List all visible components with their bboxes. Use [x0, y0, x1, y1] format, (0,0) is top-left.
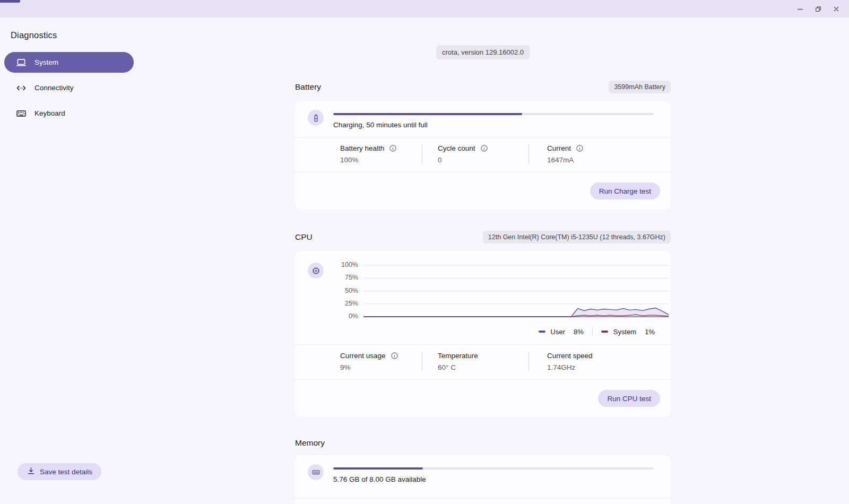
y-axis-tick-label: 0%: [349, 312, 358, 320]
cpu-card: 100%75%50%25%0% User 8% System: [295, 251, 671, 417]
current-speed-stat: Current speed 1.74GHz: [529, 352, 658, 371]
stat-value: 9%: [340, 363, 422, 371]
battery-status-text: Charging, 50 minutes until full: [333, 121, 654, 129]
battery-charge-bar-fill: [333, 113, 522, 115]
chart-plot-area: [363, 264, 669, 317]
stat-label: Current speed: [547, 352, 593, 360]
memory-card: 5.76 GB of 8.00 GB available: [295, 455, 671, 504]
stat-label: Cycle count: [438, 144, 475, 152]
memory-section: Memory 5.76 GB of 8.00 GB available: [295, 438, 671, 504]
stat-value: 1.74GHz: [547, 363, 658, 371]
cpu-stats-row: Current usage 9% Temperature 60° C Curre…: [295, 345, 671, 379]
y-axis-tick-label: 75%: [345, 274, 358, 281]
user-series-swatch: [539, 331, 545, 333]
battery-spec-badge: 3599mAh Battery: [609, 81, 671, 93]
info-icon[interactable]: [480, 144, 488, 152]
stat-value: 100%: [340, 156, 422, 164]
window-controls: [793, 0, 844, 18]
run-cpu-test-button[interactable]: Run CPU test: [598, 390, 660, 407]
chart-y-axis: 100%75%50%25%0%: [332, 264, 363, 317]
version-badge: crota, version 129.16002.0: [436, 45, 530, 59]
memory-usage-bar: [333, 467, 654, 470]
current-usage-stat: Current usage 9%: [340, 352, 422, 371]
info-icon[interactable]: [576, 144, 584, 152]
window-accent: [0, 0, 20, 3]
run-charge-test-button[interactable]: Run Charge test: [590, 183, 660, 199]
memory-icon: [308, 464, 324, 480]
sidebar-item-label: System: [34, 58, 58, 66]
sidebar-item-system[interactable]: System: [4, 52, 134, 73]
legend-system-label: System: [613, 328, 636, 336]
sidebar-item-connectivity[interactable]: Connectivity: [4, 77, 134, 98]
close-button[interactable]: [829, 3, 844, 15]
memory-section-title: Memory: [295, 438, 325, 448]
y-axis-tick-label: 100%: [341, 261, 358, 268]
cpu-usage-chart: 100%75%50%25%0%: [332, 264, 669, 317]
battery-section: Battery 3599mAh Battery Charging, 50 min…: [295, 81, 671, 210]
stat-label: Current usage: [340, 352, 386, 360]
y-axis-tick-label: 25%: [345, 300, 358, 307]
stat-label: Battery health: [340, 144, 384, 152]
info-icon[interactable]: [389, 144, 397, 152]
keyboard-icon: [16, 108, 27, 119]
minimize-button[interactable]: [793, 3, 808, 15]
stat-value: 0: [438, 156, 529, 164]
legend-divider: [592, 327, 593, 336]
sidebar-item-label: Connectivity: [34, 84, 74, 92]
save-test-details-label: Save test details: [40, 468, 92, 476]
download-icon: [27, 466, 36, 477]
temperature-stat: Temperature 60° C: [422, 352, 529, 371]
battery-icon: [308, 110, 324, 126]
system-series-swatch: [601, 331, 608, 333]
sidebar-item-label: Keyboard: [34, 109, 65, 117]
page-title: Diagnostics: [11, 30, 138, 40]
sidebar: Diagnostics System Connectivity Keyboard: [0, 18, 138, 504]
stat-value: 60° C: [438, 363, 529, 371]
minimize-icon: [796, 5, 804, 13]
battery-card: Charging, 50 minutes until full Battery …: [295, 101, 671, 210]
cpu-section: CPU 12th Gen Intel(R) Core(TM) i5-1235U …: [295, 231, 671, 417]
cpu-icon: [308, 263, 324, 279]
legend-system-value: 1%: [645, 328, 655, 336]
main-content: crota, version 129.16002.0 Battery 3599m…: [138, 18, 849, 504]
memory-usage-bar-fill: [333, 467, 423, 470]
stat-value: 1647mA: [547, 156, 658, 164]
restore-icon: [815, 5, 822, 13]
cpu-spec-badge: 12th Gen Intel(R) Core(TM) i5-1235U (12 …: [483, 231, 671, 244]
chart-legend: User 8% System 1%: [295, 319, 671, 344]
sidebar-nav: System Connectivity Keyboard: [0, 52, 138, 124]
legend-user-label: User: [551, 328, 565, 336]
legend-user-value: 8%: [574, 328, 584, 336]
current-stat: Current 1647mA: [529, 144, 658, 164]
cycle-count-stat: Cycle count 0: [422, 144, 529, 164]
close-icon: [833, 5, 840, 13]
window-titlebar: [0, 0, 849, 18]
stat-label: Temperature: [438, 352, 478, 360]
sidebar-item-keyboard[interactable]: Keyboard: [4, 103, 134, 124]
battery-charge-bar: [333, 113, 654, 115]
restore-button[interactable]: [811, 3, 826, 15]
connectivity-icon: [16, 83, 27, 93]
battery-section-title: Battery: [295, 82, 321, 92]
battery-stats-row: Battery health 100% Cycle count 0: [295, 137, 671, 172]
battery-health-stat: Battery health 100%: [340, 144, 422, 164]
save-test-details-button[interactable]: Save test details: [18, 463, 101, 480]
memory-card-clipped-area: [295, 498, 671, 504]
info-icon[interactable]: [391, 352, 398, 360]
memory-status-text: 5.76 GB of 8.00 GB available: [333, 475, 654, 483]
stat-label: Current: [547, 144, 571, 152]
cpu-section-title: CPU: [295, 232, 313, 242]
y-axis-tick-label: 50%: [345, 287, 358, 294]
laptop-icon: [16, 57, 27, 68]
